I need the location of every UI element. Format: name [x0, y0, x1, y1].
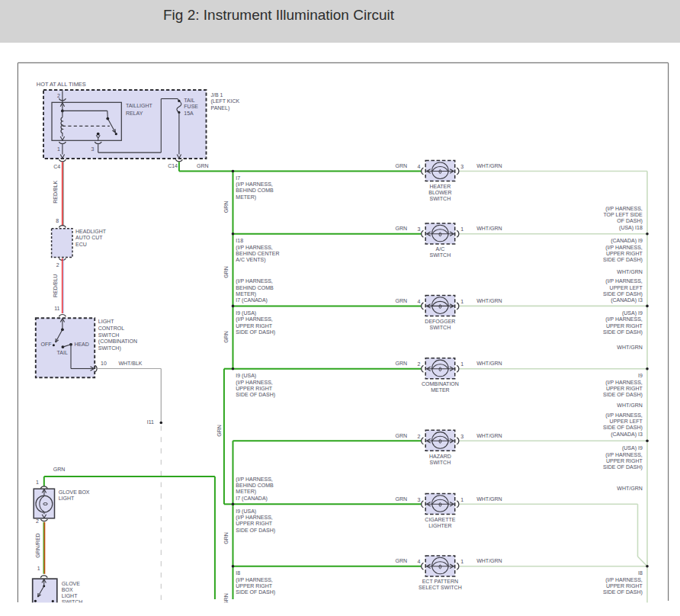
- svg-text:SIDE OF DASH): SIDE OF DASH): [236, 589, 275, 595]
- svg-text:I9 (USA): I9 (USA): [236, 509, 256, 515]
- svg-text:I9 (USA): I9 (USA): [236, 373, 256, 379]
- svg-text:1: 1: [460, 226, 463, 232]
- svg-text:LIGHT: LIGHT: [59, 496, 75, 501]
- svg-text:RELAY: RELAY: [126, 111, 143, 116]
- svg-text:WHT/GRN: WHT/GRN: [476, 558, 502, 563]
- svg-text:GLOVE: GLOVE: [62, 581, 80, 586]
- svg-text:SIDE OF DASH): SIDE OF DASH): [603, 392, 643, 398]
- svg-text:(LEFT KICK: (LEFT KICK: [211, 98, 240, 104]
- svg-text:OF DASH): OF DASH): [617, 218, 642, 224]
- svg-text:J/B 1: J/B 1: [211, 92, 223, 98]
- svg-text:(I/P HARNESS,: (I/P HARNESS,: [236, 245, 273, 251]
- svg-text:UPPER RIGHT: UPPER RIGHT: [606, 323, 643, 329]
- svg-text:GRN: GRN: [395, 496, 407, 502]
- svg-text:WHT/GRN: WHT/GRN: [617, 269, 642, 274]
- svg-text:4: 4: [418, 299, 421, 304]
- svg-text:11: 11: [54, 306, 59, 311]
- svg-text:SIDE OF DASH): SIDE OF DASH): [603, 291, 643, 297]
- svg-text:WHT/GRN: WHT/GRN: [476, 361, 502, 366]
- svg-text:UPPER RIGHT: UPPER RIGHT: [606, 583, 643, 589]
- svg-text:GLOVE BOX: GLOVE BOX: [59, 489, 90, 495]
- svg-text:UPPER RIGHT: UPPER RIGHT: [236, 521, 273, 526]
- svg-text:(I/P HARNESS,: (I/P HARNESS,: [605, 278, 643, 284]
- svg-text:UPPER LEFT: UPPER LEFT: [610, 419, 643, 424]
- svg-text:SWITCH: SWITCH: [430, 325, 451, 330]
- svg-text:UPPER RIGHT: UPPER RIGHT: [236, 386, 273, 391]
- svg-text:UPPER RIGHT: UPPER RIGHT: [606, 386, 643, 391]
- svg-text:GRN: GRN: [53, 467, 66, 472]
- svg-text:2: 2: [418, 361, 421, 367]
- svg-text:UPPER RIGHT: UPPER RIGHT: [606, 458, 643, 464]
- svg-text:GRN/RED: GRN/RED: [35, 533, 40, 557]
- svg-text:SWITCH: SWITCH: [430, 460, 451, 465]
- svg-text:I9: I9: [638, 373, 643, 378]
- svg-text:2: 2: [36, 518, 39, 524]
- svg-text:TAIL: TAIL: [184, 98, 194, 103]
- svg-text:(USA) I9: (USA) I9: [622, 310, 643, 316]
- svg-text:SWITCH): SWITCH): [98, 345, 121, 351]
- svg-text:3: 3: [91, 146, 94, 152]
- svg-text:1: 1: [460, 361, 463, 367]
- svg-text:CIGARETTE: CIGARETTE: [425, 517, 455, 522]
- svg-text:1: 1: [36, 480, 39, 485]
- svg-text:(I/P HARNESS,: (I/P HARNESS,: [236, 278, 273, 284]
- svg-text:WHT/GRN: WHT/GRN: [476, 226, 502, 231]
- svg-text:DEFOGGER: DEFOGGER: [425, 319, 455, 324]
- svg-text:WHT/GRN: WHT/GRN: [617, 403, 642, 408]
- svg-text:Fig 2: Instrument Illumination: Fig 2: Instrument Illumination Circuit: [163, 7, 395, 23]
- svg-text:(I/P HARNESS,: (I/P HARNESS,: [605, 316, 643, 322]
- svg-text:4: 4: [418, 559, 421, 564]
- svg-text:3: 3: [460, 164, 463, 169]
- svg-text:GRN: GRN: [395, 433, 407, 438]
- svg-text:LIGHT: LIGHT: [98, 319, 114, 324]
- svg-text:GRN: GRN: [223, 331, 229, 343]
- svg-text:SIDE OF DASH): SIDE OF DASH): [236, 329, 275, 335]
- svg-text:(I/P HARNESS,: (I/P HARNESS,: [605, 412, 643, 419]
- svg-text:SWITCH: SWITCH: [430, 196, 451, 201]
- svg-text:BEHIND COMB: BEHIND COMB: [236, 188, 274, 193]
- svg-text:PANEL): PANEL): [211, 105, 230, 111]
- svg-text:SIDE OF DASH): SIDE OF DASH): [603, 464, 643, 470]
- svg-text:3: 3: [418, 497, 421, 502]
- svg-text:(CANADA) I9: (CANADA) I9: [611, 238, 643, 244]
- svg-text:METER): METER): [236, 489, 256, 495]
- svg-text:I8: I8: [236, 570, 240, 576]
- svg-text:FUSE: FUSE: [184, 104, 198, 109]
- svg-text:ECT PATTERN: ECT PATTERN: [422, 579, 458, 584]
- svg-text:SIDE OF DASH): SIDE OF DASH): [603, 589, 643, 595]
- svg-text:COMBINATION: COMBINATION: [422, 381, 459, 387]
- svg-text:SIDE OF DASH): SIDE OF DASH): [603, 425, 643, 431]
- svg-text:AUTO CUT: AUTO CUT: [75, 235, 103, 240]
- svg-text:A/C: A/C: [436, 246, 445, 252]
- svg-text:LIGHT: LIGHT: [62, 593, 78, 598]
- svg-text:3: 3: [460, 434, 463, 439]
- svg-text:(I/P HARNESS,: (I/P HARNESS,: [236, 316, 273, 322]
- svg-text:GRN: GRN: [395, 558, 407, 563]
- svg-text:15A: 15A: [184, 111, 194, 116]
- svg-text:TAILLIGHT: TAILLIGHT: [126, 103, 153, 108]
- svg-text:WHT/BLK: WHT/BLK: [118, 361, 142, 366]
- svg-text:I7 (CANADA): I7 (CANADA): [236, 496, 268, 502]
- svg-text:HAZARD: HAZARD: [429, 454, 451, 459]
- svg-text:SIDE OF DASH): SIDE OF DASH): [603, 257, 643, 263]
- svg-text:OFF: OFF: [41, 342, 52, 347]
- svg-text:(I/P HARNESS,: (I/P HARNESS,: [236, 380, 273, 386]
- svg-text:WHT/GRN: WHT/GRN: [476, 298, 502, 303]
- svg-text:(I/P HARNESS,: (I/P HARNESS,: [236, 476, 273, 483]
- svg-text:2: 2: [57, 93, 60, 98]
- svg-text:WHT/GRN: WHT/GRN: [617, 486, 642, 491]
- svg-text:1: 1: [460, 497, 463, 502]
- svg-text:I18: I18: [236, 238, 243, 243]
- svg-text:METER: METER: [431, 387, 450, 393]
- svg-text:GRN: GRN: [223, 532, 229, 544]
- svg-text:(USA) I18: (USA) I18: [619, 225, 643, 231]
- svg-text:GRN: GRN: [395, 298, 407, 303]
- svg-text:UPPER RIGHT: UPPER RIGHT: [606, 251, 643, 256]
- svg-text:GRN: GRN: [395, 361, 407, 366]
- svg-text:WHT/GRN: WHT/GRN: [476, 433, 502, 438]
- svg-text:ECU: ECU: [75, 242, 87, 247]
- svg-text:HEATER: HEATER: [429, 184, 451, 189]
- svg-text:SIDE OF DASH): SIDE OF DASH): [236, 392, 275, 398]
- svg-text:I8: I8: [638, 570, 643, 576]
- svg-text:WHT/GRN: WHT/GRN: [617, 345, 642, 350]
